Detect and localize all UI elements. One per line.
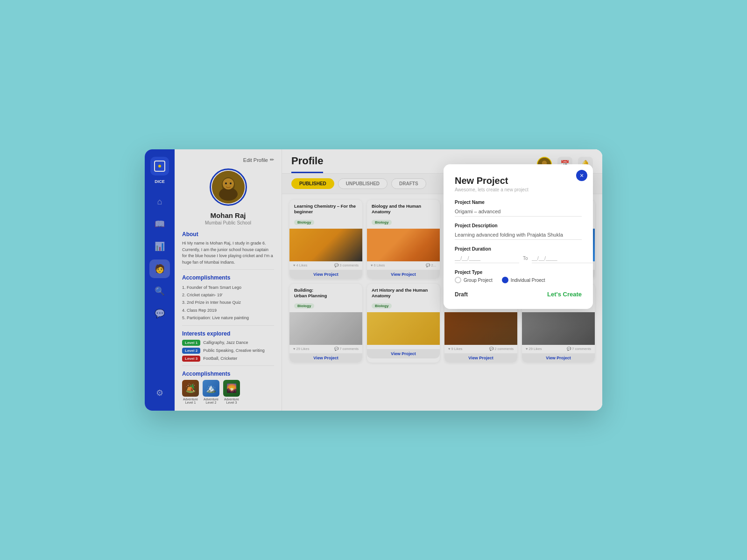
individual-project-label: Individual Proect <box>511 278 545 283</box>
app-window: DICE ⌂ 📖 📊 🧑 🔍 💬 ⚙ Edit Profile ✏ <box>145 149 602 411</box>
draft-button[interactable]: Draft <box>455 291 468 298</box>
project-duration-label: Project Duration <box>455 246 582 252</box>
group-radio[interactable] <box>455 277 461 283</box>
create-button[interactable]: Let's Create <box>547 291 582 298</box>
group-project-option[interactable]: Group Project <box>455 277 493 283</box>
project-name-input[interactable] <box>455 207 582 217</box>
project-name-label: Project Name <box>455 200 582 205</box>
modal-subtitle: Awesome, lets create a new project <box>455 187 582 192</box>
project-desc-input[interactable] <box>455 230 582 240</box>
individual-radio[interactable] <box>502 277 508 283</box>
duration-to-label: To <box>523 256 528 261</box>
modal-footer: Draft Let's Create <box>455 291 582 298</box>
duration-row: To <box>455 253 582 263</box>
new-project-modal: × New Project Awesome, lets create a new… <box>444 164 593 309</box>
modal-overlay[interactable]: × New Project Awesome, lets create a new… <box>145 149 602 411</box>
modal-close-button[interactable]: × <box>576 170 587 181</box>
duration-from-input[interactable] <box>455 253 519 263</box>
duration-to-input[interactable] <box>532 253 593 263</box>
project-type-row: Group Project Individual Proect <box>455 277 582 283</box>
project-desc-label: Project Description <box>455 223 582 228</box>
project-type-label: Project Type <box>455 270 582 275</box>
modal-title: New Project <box>455 175 582 186</box>
individual-project-option[interactable]: Individual Proect <box>502 277 545 283</box>
group-project-label: Group Project <box>464 278 493 283</box>
